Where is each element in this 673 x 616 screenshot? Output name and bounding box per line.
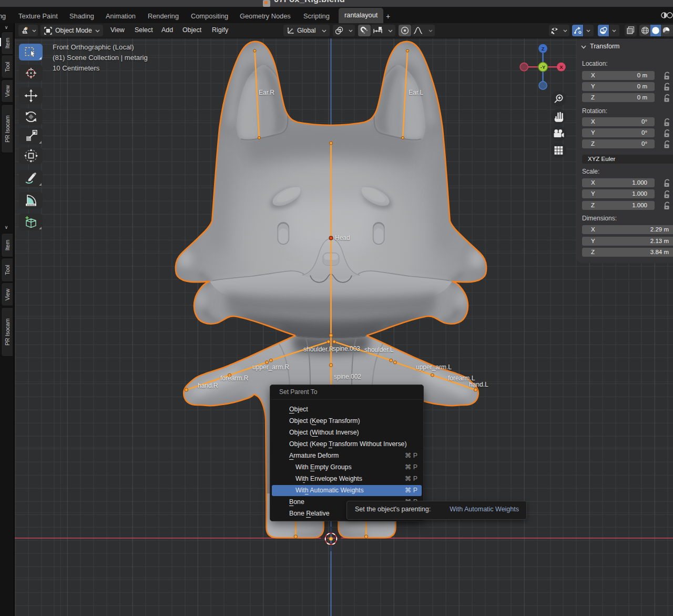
svg-text:X: X xyxy=(559,64,563,70)
svg-text:Z: Z xyxy=(542,46,545,52)
svg-text:-Y: -Y xyxy=(541,64,546,70)
